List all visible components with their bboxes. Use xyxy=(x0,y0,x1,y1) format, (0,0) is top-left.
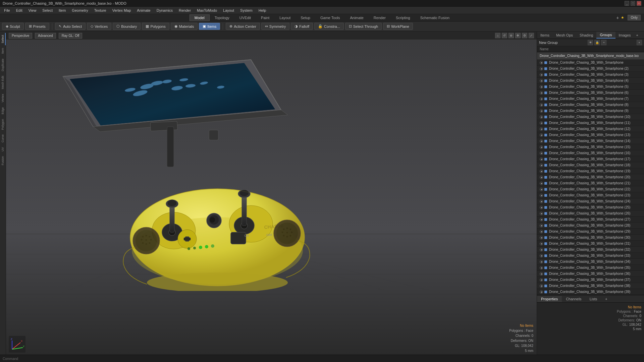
menu-geometry[interactable]: Geometry xyxy=(69,8,91,13)
group-eye-icon[interactable]: ◉ xyxy=(540,121,543,125)
vp-icon-home[interactable]: ⌂ xyxy=(495,33,500,38)
group-list-item[interactable]: ◉ Drone_Controller_Chasing_3B_With_Smart… xyxy=(537,78,644,84)
presets-button[interactable]: ⊞ Presets xyxy=(25,23,49,30)
menu-animate[interactable]: Animate xyxy=(134,8,153,13)
group-eye-icon[interactable]: ◉ xyxy=(540,236,543,239)
group-eye-icon[interactable]: ◉ xyxy=(540,170,543,173)
group-eye-icon[interactable]: ◉ xyxy=(540,260,543,263)
group-eye-icon[interactable]: ◉ xyxy=(540,284,543,288)
symmetry-button[interactable]: ⇔ Symmetry xyxy=(261,23,290,30)
tab-scripting[interactable]: Scripting xyxy=(391,14,415,21)
group-eye-icon[interactable]: ◉ xyxy=(540,254,543,257)
group-eye-icon[interactable]: ◉ xyxy=(540,182,543,185)
close-button[interactable]: × xyxy=(637,1,641,6)
tab-schematic-fusion[interactable]: Schematic Fusion xyxy=(415,14,454,21)
group-eye-icon[interactable]: ◉ xyxy=(540,91,543,95)
menu-vertex-map[interactable]: Vertex Map xyxy=(110,8,134,13)
group-list-item[interactable]: ◉ Drone_Controller_Chasing_3B_With_Smart… xyxy=(537,259,644,265)
group-list-item[interactable]: ◉ Drone_Controller_Chasing_3B_With_Smart… xyxy=(537,132,644,138)
group-list-item[interactable]: ◉ Drone_Controller_Chasing_3B_With_Smart… xyxy=(537,168,644,174)
vp-icon-settings[interactable]: ⚙ xyxy=(522,33,527,38)
polygons-button[interactable]: ▦ Polygons xyxy=(142,23,169,30)
group-eye-icon[interactable]: ◉ xyxy=(540,188,543,191)
sidebar-item-curve[interactable]: Curve xyxy=(0,132,6,144)
add-tab-button[interactable]: + xyxy=(616,15,619,20)
sidebar-item-item[interactable]: Item xyxy=(0,46,6,56)
group-list-item[interactable]: ◉ Drone_Controller_Chasing_3B_With_Smart… xyxy=(537,192,644,198)
tab-lists[interactable]: Lists xyxy=(586,296,601,302)
group-list-item[interactable]: ◉ Drone_Controller_Chasing_3B_With_Smart… xyxy=(537,186,644,192)
group-list-item[interactable]: ◉ Drone_Controller_Chasing_3B_With_Smart… xyxy=(537,217,644,223)
menu-select[interactable]: Select xyxy=(40,8,55,13)
maximize-button[interactable]: □ xyxy=(631,1,635,6)
sidebar-item-edge[interactable]: Edge xyxy=(0,105,6,116)
ray-gl-button[interactable]: Ray GL: Off xyxy=(59,33,83,39)
group-eye-icon[interactable]: ◉ xyxy=(540,278,543,282)
tab-groups[interactable]: Groups xyxy=(596,32,615,39)
group-eye-icon[interactable]: ◉ xyxy=(540,272,543,276)
tab-uvedit[interactable]: UVEdit xyxy=(234,14,256,21)
group-list-item[interactable]: ◉ Drone_Controller_Chasing_3B_With_Smart… xyxy=(537,223,644,229)
groups-eye-button[interactable]: 👁 xyxy=(588,40,593,45)
group-list-item[interactable]: ◉ Drone_Controller_Chasing_3B_With_Smart… xyxy=(537,138,644,144)
tab-render[interactable]: Render xyxy=(369,14,391,21)
minimize-button[interactable]: _ xyxy=(625,1,629,6)
group-list-item[interactable]: ◉ Drone_Controller_Chasing_3B_With_Smart… xyxy=(537,229,644,235)
group-eye-icon[interactable]: ◉ xyxy=(540,218,543,221)
menu-render[interactable]: Render xyxy=(176,8,194,13)
group-eye-icon[interactable]: ◉ xyxy=(540,206,543,209)
group-list-item[interactable]: ◉ Drone_Controller_Chasing_3B_With_Smart… xyxy=(537,126,644,132)
group-list-item[interactable]: ◉ Drone_Controller_Chasing_3B_With_Smart… xyxy=(537,108,644,114)
group-eye-icon[interactable]: ◉ xyxy=(540,109,543,113)
add-panel-tab-button[interactable]: + xyxy=(634,32,640,38)
tab-game-tools[interactable]: Game Tools xyxy=(315,14,345,21)
group-list-item[interactable]: ◉ Drone_Controller_Chasing_3B_With_Smart… xyxy=(537,277,644,283)
action-center-button[interactable]: ⊕ Action Center xyxy=(226,23,260,30)
group-list-item[interactable]: ◉ Drone_Controller_Chasing_3B_With_Smart… xyxy=(537,265,644,271)
group-eye-icon[interactable]: ◉ xyxy=(540,176,543,179)
group-eye-icon[interactable]: ◉ xyxy=(540,73,543,76)
tab-channels[interactable]: Channels xyxy=(562,296,585,302)
group-list-item[interactable]: ◉ Drone_Controller_Chasing_3B_With_Smart… xyxy=(537,60,644,66)
group-list-item[interactable]: ◉ Drone_Controller_Chasing_3B_With_Smart… xyxy=(537,96,644,102)
vertices-button[interactable]: ◇ Vertices xyxy=(87,23,111,30)
tab-layout[interactable]: Layout xyxy=(274,14,296,21)
tab-topology[interactable]: Topology xyxy=(210,14,234,21)
group-eye-icon[interactable]: ◉ xyxy=(540,212,543,215)
tab-images[interactable]: Images xyxy=(615,32,634,38)
group-eye-icon[interactable]: ◉ xyxy=(540,103,543,107)
group-list-item[interactable]: ◉ Drone_Controller_Chasing_3B_With_Smart… xyxy=(537,114,644,120)
group-eye-icon[interactable]: ◉ xyxy=(540,248,543,251)
group-eye-icon[interactable]: ◉ xyxy=(540,242,543,245)
group-list-item[interactable]: ◉ Drone_Controller_Chasing_3B_With_Smart… xyxy=(537,235,644,241)
sculpt-button[interactable]: ◈ Sculpt xyxy=(2,23,24,30)
perspective-button[interactable]: Perspective xyxy=(9,33,32,39)
vp-icon-fullscreen[interactable]: ⤢ xyxy=(529,33,534,38)
group-list-item[interactable]: ◉ Drone_Controller_Chasing_3B_With_Smart… xyxy=(537,72,644,78)
menu-layout[interactable]: Layout xyxy=(220,8,237,13)
group-eye-icon[interactable]: ◉ xyxy=(540,290,543,294)
group-list-item[interactable]: ◉ Drone_Controller_Chasing_3B_With_Smart… xyxy=(537,66,644,72)
groups-lock-button[interactable]: 🔒 xyxy=(594,40,600,45)
group-eye-icon[interactable]: ◉ xyxy=(540,79,543,82)
tab-paint[interactable]: Paint xyxy=(256,14,274,21)
group-list-item[interactable]: ◉ Drone_Controller_Chasing_3B_With_Smart… xyxy=(537,204,644,210)
group-eye-icon[interactable]: ◉ xyxy=(540,152,543,155)
tab-model[interactable]: Model xyxy=(190,14,210,21)
menu-item[interactable]: Item xyxy=(56,8,68,13)
group-eye-icon[interactable]: ◉ xyxy=(540,200,543,203)
advanced-button[interactable]: Advanced xyxy=(35,33,56,39)
tab-mesh-ops[interactable]: Mesh Ops xyxy=(553,32,576,38)
menu-help[interactable]: Help xyxy=(256,8,269,13)
tab-shading[interactable]: Shading xyxy=(576,32,596,38)
falloff-button[interactable]: ◑ Falloff xyxy=(291,23,313,30)
menu-view[interactable]: View xyxy=(26,8,39,13)
boundary-button[interactable]: ⬡ Boundary xyxy=(113,23,141,30)
group-list-item[interactable]: ◉ Drone_Controller_Chasing_3B_With_Smart… xyxy=(537,102,644,108)
vp-icon-zoom[interactable]: ⊕ xyxy=(508,33,514,38)
group-eye-icon[interactable]: ◉ xyxy=(540,115,543,119)
group-list-item[interactable]: ◉ Drone_Controller_Chasing_3B_With_Smart… xyxy=(537,162,644,168)
group-eye-icon[interactable]: ◉ xyxy=(540,67,543,70)
vp-icon-pan[interactable]: ✥ xyxy=(515,33,521,38)
items-button[interactable]: ▣ Items xyxy=(199,23,220,30)
